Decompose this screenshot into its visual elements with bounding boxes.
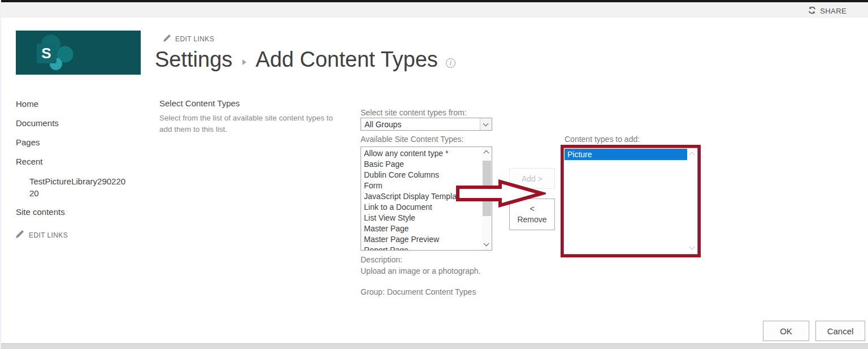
svg-text:S: S [41, 45, 51, 62]
scroll-down-icon[interactable] [484, 241, 489, 247]
edit-links-sidebar[interactable]: EDIT LINKS [16, 230, 140, 240]
target-label: Content types to add: [565, 135, 640, 144]
list-item[interactable]: Allow any content type * [361, 148, 481, 159]
description-label: Description: [361, 255, 402, 264]
content-types-to-add-listbox[interactable]: Picture [563, 148, 698, 255]
from-label: Select site content types from: [361, 108, 467, 117]
ok-button[interactable]: OK [763, 321, 809, 341]
sidebar-item-site-contents[interactable]: Site contents [16, 206, 140, 218]
page: SHARE S EDIT LINKS Settings Add Content … [0, 0, 868, 349]
annotation-arrow [452, 177, 546, 210]
scroll-up-icon[interactable] [484, 150, 489, 156]
sharepoint-logo-icon: S [16, 31, 78, 75]
group-filter-value: All Groups [364, 120, 401, 129]
share-icon [808, 6, 817, 16]
cancel-button-label: Cancel [827, 326, 854, 336]
sidebar-item-documents[interactable]: Documents [16, 118, 140, 129]
available-label: Available Site Content Types: [361, 135, 463, 144]
description-value: Upload an image or a photograph. [361, 266, 480, 275]
edit-links-top-label: EDIT LINKS [175, 35, 214, 43]
cancel-button[interactable]: Cancel [815, 321, 865, 341]
list-item[interactable]: Basic Page [361, 159, 481, 170]
list-item[interactable]: Master Page Preview [361, 234, 481, 245]
breadcrumb-separator-icon [242, 59, 246, 65]
pencil-icon [163, 35, 171, 44]
sidebar-item-testpicturelibrary[interactable]: TestPictureLibrary29022020 [29, 175, 129, 199]
sidebar-item-pages[interactable]: Pages [16, 137, 140, 148]
ok-button-label: OK [780, 326, 792, 336]
share-label: SHARE [820, 7, 847, 15]
page-title: Settings Add Content Types i [155, 48, 455, 72]
scrollbar [688, 148, 697, 254]
annotation-rectangle: Picture [561, 145, 701, 257]
sidebar-item-recent[interactable]: Recent [16, 156, 140, 167]
section-description: Select from the list of available site c… [159, 113, 333, 135]
pencil-icon [16, 230, 24, 240]
edit-links-top[interactable]: EDIT LINKS [163, 35, 214, 44]
selected-list-item[interactable]: Picture [565, 149, 687, 160]
info-icon[interactable]: i [446, 58, 455, 68]
sidebar: Home Documents Pages Recent TestPictureL… [16, 98, 140, 240]
breadcrumb-settings[interactable]: Settings [155, 48, 232, 72]
site-logo[interactable]: S [16, 31, 141, 75]
share-button[interactable]: SHARE [808, 5, 847, 17]
remove-button-label: Remove [517, 214, 546, 225]
edit-links-sidebar-label: EDIT LINKS [29, 231, 68, 239]
group-value: Group: Document Content Types [361, 287, 476, 296]
page-title-text: Add Content Types [255, 48, 438, 72]
scroll-down-icon [689, 244, 695, 250]
list-item[interactable]: Report Page [361, 245, 481, 251]
bottom-strip [1, 343, 868, 349]
scroll-up-icon [689, 152, 695, 158]
chevron-down-icon [480, 118, 492, 130]
sidebar-item-home[interactable]: Home [16, 98, 140, 110]
list-item[interactable]: Master Page [361, 223, 481, 234]
suite-bar: SHARE [1, 2, 868, 18]
list-item[interactable]: List View Style [361, 213, 481, 223]
section-title: Select Content Types [159, 98, 240, 108]
group-filter-select[interactable]: All Groups [361, 118, 492, 131]
